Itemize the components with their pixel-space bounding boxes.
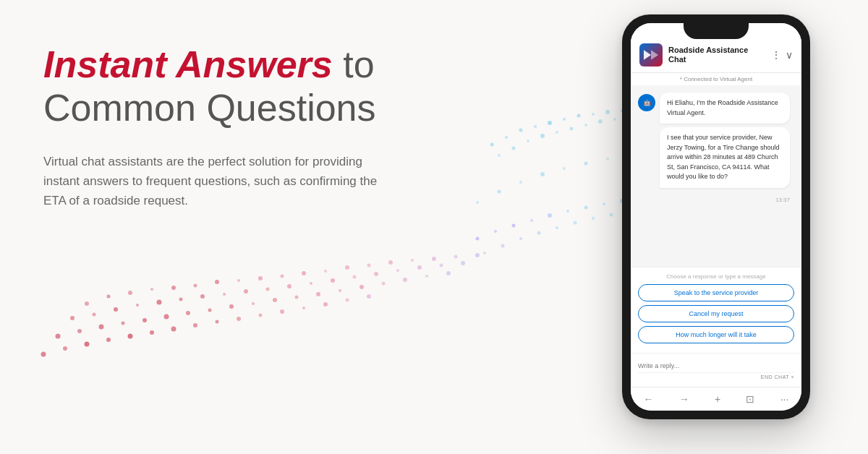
svg-point-73 [339,289,341,292]
svg-point-97 [512,224,516,228]
svg-marker-130 [644,50,651,59]
agent-message-bubble: I see that your service provider, New Je… [660,127,790,188]
chevron-down-icon[interactable]: ∨ [786,49,793,61]
svg-point-58 [440,264,443,267]
response-hint: Choose a response or type a message [638,273,794,280]
svg-point-13 [512,147,516,150]
svg-point-86 [193,323,197,327]
svg-point-68 [229,304,234,309]
chat-title-area: Roadside Assistance Chat [668,46,765,64]
phone-mockup: Roadside Assistance Chat ⋮ ∨ * Connected… [622,14,810,419]
message-timestamp: 13:37 [638,194,794,206]
svg-point-110 [606,158,609,160]
svg-point-88 [237,317,241,321]
svg-point-66 [186,311,190,315]
svg-point-93 [346,299,349,302]
svg-point-29 [237,279,240,282]
svg-point-59 [461,261,465,265]
svg-point-26 [171,286,176,290]
svg-point-96 [494,230,497,233]
svg-point-71 [295,296,299,299]
svg-point-25 [150,288,153,291]
phone-notch [684,23,749,39]
svg-point-15 [540,134,545,138]
svg-point-19 [598,119,603,124]
svg-point-82 [106,338,111,342]
svg-point-44 [136,304,139,307]
svg-point-7 [592,113,595,116]
chat-main: 🤖 Hi Eliahu, I'm the Roadside Assistance… [631,85,801,411]
svg-point-32 [302,271,306,275]
svg-marker-131 [651,50,658,59]
agent-message-container: 🤖 Hi Eliahu, I'm the Roadside Assistance… [638,93,794,188]
svg-point-34 [345,265,349,270]
svg-point-80 [63,346,67,351]
svg-point-78 [446,271,451,275]
left-panel: Instant Answers to Common Questions Virt… [43,43,420,210]
svg-point-54 [353,275,357,279]
phone-screen: Roadside Assistance Chat ⋮ ∨ * Connected… [631,23,801,411]
svg-point-107 [540,172,545,176]
agent-greeting-bubble: Hi Eliahu, I'm the Roadside Assistance V… [660,93,790,124]
svg-point-52 [310,282,312,285]
svg-point-41 [70,316,75,320]
svg-point-108 [563,167,566,170]
svg-point-99 [548,213,552,218]
svg-point-2 [519,129,523,132]
phone-outer-frame: Roadside Assistance Chat ⋮ ∨ * Connected… [622,14,810,419]
svg-point-33 [324,270,327,273]
svg-point-40 [475,253,480,257]
svg-point-3 [534,125,537,128]
agent-avatar: 🤖 [638,94,655,111]
svg-point-90 [280,309,284,314]
svg-point-72 [316,292,320,296]
svg-point-18 [584,124,587,127]
chat-scrollable: 🤖 Hi Eliahu, I'm the Roadside Assistance… [631,85,801,267]
svg-point-8 [605,110,610,114]
svg-point-106 [519,181,522,184]
end-chat-button[interactable]: END CHAT × [761,374,794,380]
screen-content: Roadside Assistance Chat ⋮ ∨ * Connected… [631,23,801,411]
phone-nav-bar: ← → + ⊡ ··· [631,387,801,411]
svg-point-84 [150,330,154,335]
response-button-0[interactable]: Speak to the service provider [638,284,794,301]
svg-point-89 [259,314,263,317]
svg-point-57 [417,265,422,270]
svg-point-120 [610,213,613,217]
forward-nav-icon[interactable]: → [679,393,689,405]
more-nav-icon[interactable]: ··· [780,393,789,405]
agent-avatar-icon: 🤖 [643,99,651,106]
svg-point-16 [556,131,558,134]
svg-point-79 [41,352,46,357]
svg-point-36 [388,260,393,265]
svg-point-70 [273,298,277,302]
svg-point-118 [574,221,577,225]
response-button-2[interactable]: How much longer will it take [638,326,794,343]
svg-point-49 [244,289,248,294]
svg-point-39 [454,255,458,259]
agent-greeting-text: Hi Eliahu, I'm the Roadside Assistance V… [667,99,778,116]
more-icon[interactable]: ⋮ [771,49,781,61]
svg-point-56 [396,269,399,272]
svg-point-98 [530,219,533,222]
svg-point-12 [498,154,501,157]
main-headline: Instant Answers to Common Questions [43,43,420,130]
tabs-nav-icon[interactable]: ⊡ [746,393,754,405]
svg-point-102 [603,202,605,205]
add-nav-icon[interactable]: + [715,393,720,405]
svg-point-76 [403,278,407,282]
svg-point-95 [476,237,480,241]
svg-point-115 [519,237,522,240]
svg-point-14 [527,140,529,142]
chat-input[interactable] [638,359,794,372]
response-button-1[interactable]: Cancel my request [638,305,794,322]
connected-status: * Connected to Virtual Agent [631,73,801,85]
back-nav-icon[interactable]: ← [644,393,654,405]
svg-point-92 [323,302,328,307]
svg-point-67 [208,309,212,312]
svg-point-43 [114,307,118,312]
header-icons[interactable]: ⋮ ∨ [771,49,793,61]
svg-point-0 [490,143,494,147]
svg-point-42 [93,313,96,317]
svg-point-17 [570,127,574,131]
